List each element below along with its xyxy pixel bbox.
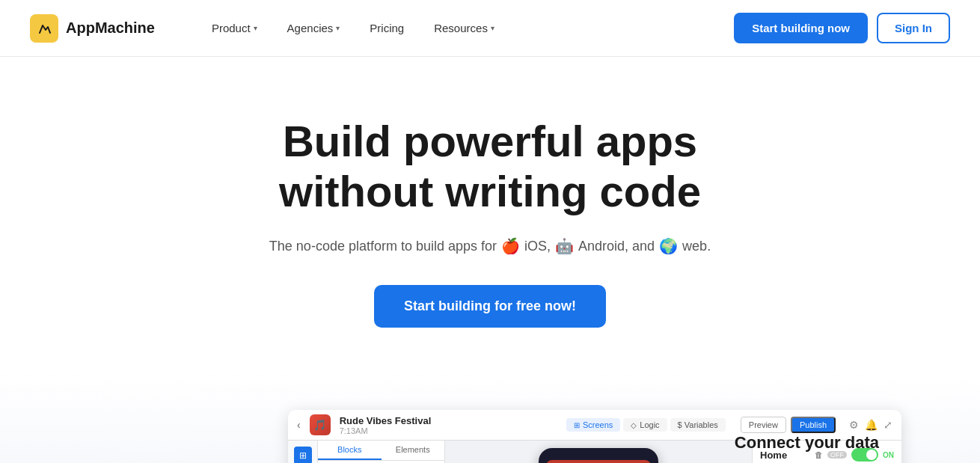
logo-icon <box>30 14 58 43</box>
android-emoji: 🤖 <box>555 237 574 255</box>
phone-header: Rude Vibes Festival 🛒 <box>546 460 651 463</box>
panel-tab-blocks[interactable]: Blocks <box>318 441 382 460</box>
hero-section: Build powerful apps without writing code… <box>0 57 980 372</box>
start-building-nav-button[interactable]: Start building now <box>734 13 868 43</box>
start-building-cta-button[interactable]: Start building for free now! <box>374 285 606 328</box>
toggle-on-label: ON <box>883 451 894 459</box>
panel-tab-elements[interactable]: Elements <box>382 441 445 460</box>
web-emoji: 🌍 <box>659 237 678 255</box>
preview-button[interactable]: Preview <box>741 417 786 433</box>
nav-pricing[interactable]: Pricing <box>358 16 416 40</box>
agencies-chevron-icon: ▾ <box>336 24 340 32</box>
tab-variables[interactable]: $ Variables <box>670 418 726 432</box>
product-chevron-icon: ▾ <box>254 24 257 32</box>
mockup-blocks-panel: Blocks Elements + Block App Theme Home <box>318 441 445 463</box>
sidebar-screens-icon[interactable]: ⊞ <box>294 447 312 463</box>
navbar: AppMachine Product ▾ Agencies ▾ Pricing … <box>0 0 980 57</box>
tab-logic[interactable]: ◇ Logic <box>623 418 667 432</box>
panel-tabs: Blocks Elements <box>318 441 444 461</box>
mockup-action-buttons: Preview Publish <box>741 417 836 433</box>
mockup-app-icon: 🎵 <box>310 414 331 435</box>
ios-emoji: 🍎 <box>501 237 520 255</box>
mockup-action-icons: ⚙ 🔔 ⤢ <box>849 419 892 431</box>
mockup-sidebar: ⊞ ✎ ▤ ≡ <box>288 441 318 463</box>
screens-icon: ⊞ <box>574 421 580 429</box>
mockup-app-info: Rude Vibes Festival 7:13AM <box>340 415 432 435</box>
brand-name: AppMachine <box>66 19 155 37</box>
annotation-right: Connect your data ↙ <box>735 432 879 463</box>
expand-icon[interactable]: ⤢ <box>883 419 892 431</box>
hero-title: Build powerful apps without writing code <box>15 117 965 216</box>
mockup-tabs: ⊞ Screens ◇ Logic $ Variables <box>566 418 726 432</box>
nav-links: Product ▾ Agencies ▾ Pricing Resources ▾ <box>200 16 734 40</box>
resources-chevron-icon: ▾ <box>491 24 494 32</box>
nav-product[interactable]: Product ▾ <box>200 16 269 40</box>
arrow-right-icon: ↙ <box>735 459 879 463</box>
nav-actions: Start building now Sign In <box>734 13 950 43</box>
mockup-canvas: Rude Vibes Festival 🛒 🔍 Search the Festi… <box>445 441 752 463</box>
phone-mockup: Rude Vibes Festival 🛒 🔍 Search the Festi… <box>539 448 658 463</box>
logic-icon: ◇ <box>631 421 637 429</box>
sign-in-button[interactable]: Sign In <box>877 13 950 43</box>
notification-icon[interactable]: 🔔 <box>865 419 878 431</box>
nav-agencies[interactable]: Agencies ▾ <box>275 16 352 40</box>
nav-resources[interactable]: Resources ▾ <box>422 16 506 40</box>
publish-button[interactable]: Publish <box>791 417 836 433</box>
logo-link[interactable]: AppMachine <box>30 14 155 43</box>
hero-subtitle: The no-code platform to build apps for 🍎… <box>15 237 965 255</box>
mockup-back-button[interactable]: ‹ <box>297 419 301 431</box>
settings-icon[interactable]: ⚙ <box>849 419 859 431</box>
preview-section: Stack blocks to build your app! ↙ Connec… <box>0 372 980 463</box>
tab-screens[interactable]: ⊞ Screens <box>566 418 620 432</box>
preview-annotations: Stack blocks to build your app! ↙ Connec… <box>79 410 901 463</box>
